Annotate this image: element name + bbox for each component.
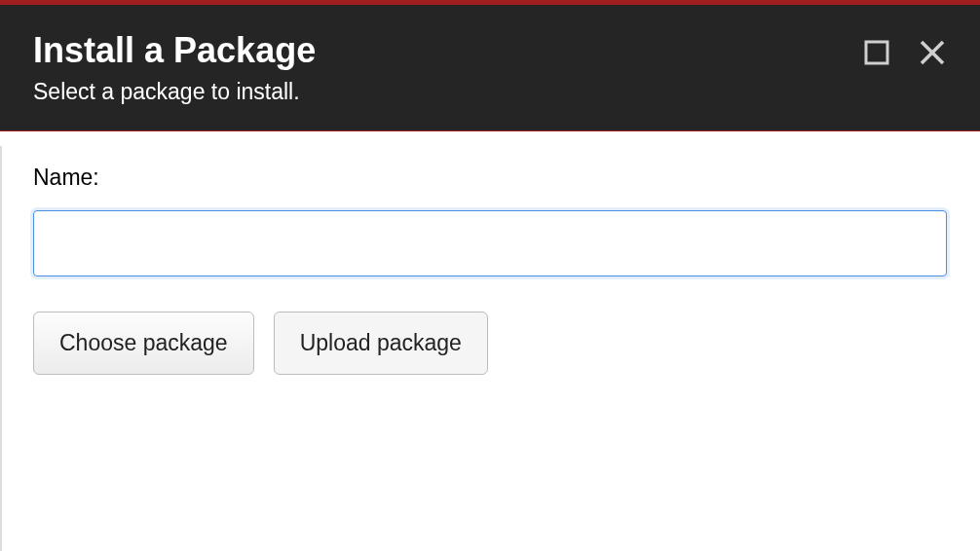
dialog-subtitle: Select a package to install. bbox=[33, 79, 316, 105]
dialog-body: Name: Choose package Upload package bbox=[0, 131, 980, 408]
dialog-title: Install a Package bbox=[33, 30, 316, 71]
close-icon[interactable] bbox=[918, 38, 947, 67]
maximize-icon[interactable] bbox=[863, 39, 890, 66]
header-controls bbox=[863, 30, 947, 67]
name-label: Name: bbox=[33, 165, 947, 191]
name-input[interactable] bbox=[33, 210, 947, 276]
button-row: Choose package Upload package bbox=[33, 312, 947, 375]
upload-package-button[interactable]: Upload package bbox=[274, 312, 488, 375]
choose-package-button[interactable]: Choose package bbox=[33, 312, 254, 375]
left-border bbox=[0, 146, 2, 551]
dialog-header: Install a Package Select a package to in… bbox=[0, 5, 980, 131]
header-text-block: Install a Package Select a package to in… bbox=[33, 30, 316, 105]
svg-rect-0 bbox=[866, 42, 887, 63]
